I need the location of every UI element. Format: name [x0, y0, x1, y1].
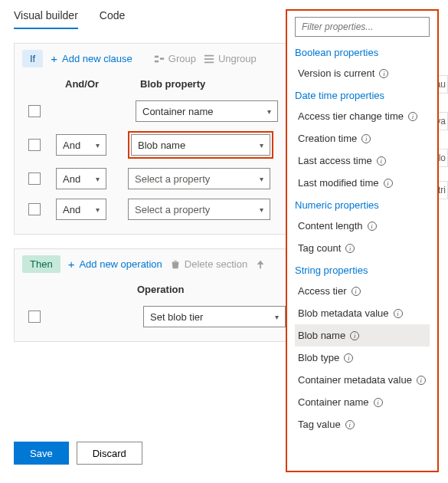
blob-property-value: Container name	[142, 106, 214, 117]
ungroup-label: Ungroup	[218, 53, 257, 64]
blob-property-select[interactable]: Blob name ▾	[131, 134, 270, 156]
andor-value: And	[63, 204, 80, 215]
property-item[interactable]: Tag valuei	[295, 413, 430, 435]
andor-select[interactable]: And ▾	[56, 168, 106, 189]
row-checkbox[interactable]	[28, 203, 41, 215]
operation-select[interactable]: Set blob tier ▾	[143, 306, 286, 327]
info-icon[interactable]: i	[368, 222, 377, 231]
property-item[interactable]: Container namei	[295, 391, 430, 413]
group-label: Group	[168, 53, 196, 64]
andor-select[interactable]: And ▾	[56, 134, 106, 156]
info-icon[interactable]: i	[352, 287, 361, 296]
property-item-label: Last modified time	[298, 177, 379, 189]
info-icon[interactable]: i	[361, 134, 371, 143]
property-item[interactable]: Last access timei	[295, 150, 430, 172]
info-icon[interactable]: i	[350, 331, 359, 340]
property-item-label: Container name	[298, 396, 369, 408]
property-item[interactable]: Tag counti	[295, 237, 430, 259]
tab-code[interactable]: Code	[100, 9, 125, 29]
info-icon[interactable]: i	[374, 398, 383, 407]
arrow-up-icon	[255, 259, 266, 270]
property-item-label: Blob name	[298, 330, 345, 341]
blob-property-select[interactable]: Select a property ▾	[128, 199, 270, 220]
row-checkbox[interactable]	[28, 172, 41, 185]
property-item[interactable]: Container metadata valuei	[295, 369, 430, 391]
info-icon[interactable]: i	[344, 353, 353, 363]
svg-rect-4	[204, 58, 214, 60]
col-header-andor: And/Or	[65, 78, 126, 90]
filter-properties-input[interactable]	[295, 17, 430, 37]
andor-select[interactable]: And ▾	[56, 199, 106, 220]
info-icon[interactable]: i	[345, 420, 355, 429]
plus-icon: +	[68, 258, 75, 270]
property-group-header: String properties	[295, 259, 430, 280]
chevron-down-icon: ▾	[260, 141, 263, 150]
footer-actions: Save Discard	[14, 442, 142, 465]
row-checkbox[interactable]	[28, 310, 41, 323]
if-pill: If	[22, 50, 43, 67]
svg-rect-3	[204, 54, 214, 56]
property-item-label: Blob metadata value	[298, 307, 389, 319]
blob-property-select[interactable]: Select a property ▾	[128, 168, 270, 189]
plus-icon: +	[51, 53, 57, 64]
info-icon[interactable]: i	[394, 309, 403, 318]
discard-button[interactable]: Discard	[77, 442, 142, 465]
delete-section-button[interactable]: Delete section	[170, 258, 247, 270]
blob-property-value: Blob name	[138, 140, 185, 151]
property-item[interactable]: Access tieri	[295, 280, 430, 302]
info-icon[interactable]: i	[377, 156, 386, 166]
svg-rect-5	[204, 61, 214, 63]
tab-visual-builder[interactable]: Visual builder	[14, 9, 78, 29]
property-item-label: Blob type	[298, 352, 339, 363]
blob-property-placeholder: Select a property	[135, 204, 210, 215]
property-item-label: Tag value	[298, 419, 341, 430]
property-group-header: Date time properties	[295, 84, 430, 105]
property-group-header: Boolean properties	[295, 41, 430, 62]
row-checkbox[interactable]	[28, 105, 41, 117]
property-group-header: Numeric properties	[295, 194, 430, 215]
chevron-down-icon: ▾	[260, 175, 263, 183]
ungroup-button[interactable]: Ungroup	[204, 53, 257, 64]
then-pill: Then	[22, 255, 60, 273]
property-item-label: Last access time	[298, 155, 372, 166]
property-item[interactable]: Blob namei	[295, 324, 430, 347]
property-item[interactable]: Blob typei	[295, 347, 430, 369]
ungroup-icon	[204, 54, 214, 64]
highlighted-select-wrap: Blob name ▾	[128, 131, 273, 159]
delete-section-label: Delete section	[185, 258, 247, 270]
group-button[interactable]: Group	[154, 53, 196, 64]
svg-rect-2	[160, 58, 164, 60]
property-item-label: Access tier	[298, 285, 347, 297]
col-header-prop: Blob property	[140, 78, 205, 90]
add-clause-button[interactable]: + Add new clause	[51, 53, 132, 64]
info-icon[interactable]: i	[417, 376, 426, 385]
group-icon	[154, 54, 165, 64]
property-dropdown-panel: Boolean propertiesVersion is currentiDat…	[286, 9, 439, 472]
chevron-down-icon: ▾	[96, 141, 100, 150]
property-item-label: Creation time	[298, 133, 357, 144]
move-up-button[interactable]	[255, 259, 266, 270]
property-item-label: Container metadata value	[298, 374, 412, 386]
info-icon[interactable]: i	[408, 112, 417, 121]
property-item[interactable]: Last modified timei	[295, 172, 430, 194]
property-item[interactable]: Version is currenti	[295, 62, 430, 84]
chevron-down-icon: ▾	[260, 205, 263, 214]
property-item-label: Content length	[298, 220, 363, 232]
blob-property-placeholder: Select a property	[135, 173, 210, 185]
col-header-operation: Operation	[137, 284, 184, 295]
property-item[interactable]: Creation timei	[295, 127, 430, 150]
svg-rect-1	[155, 60, 159, 62]
blob-property-select[interactable]: Container name ▾	[136, 100, 278, 122]
save-button[interactable]: Save	[14, 442, 69, 465]
info-icon[interactable]: i	[379, 69, 388, 78]
add-operation-button[interactable]: + Add new operation	[68, 258, 162, 270]
andor-value: And	[63, 140, 80, 151]
row-checkbox[interactable]	[28, 139, 41, 151]
info-icon[interactable]: i	[384, 179, 393, 188]
property-item[interactable]: Access tier change timei	[295, 105, 430, 127]
andor-value: And	[63, 173, 80, 185]
property-item[interactable]: Content lengthi	[295, 215, 430, 237]
property-item[interactable]: Blob metadata valuei	[295, 302, 430, 324]
property-item-label: Version is current	[298, 67, 374, 79]
info-icon[interactable]: i	[345, 244, 355, 253]
